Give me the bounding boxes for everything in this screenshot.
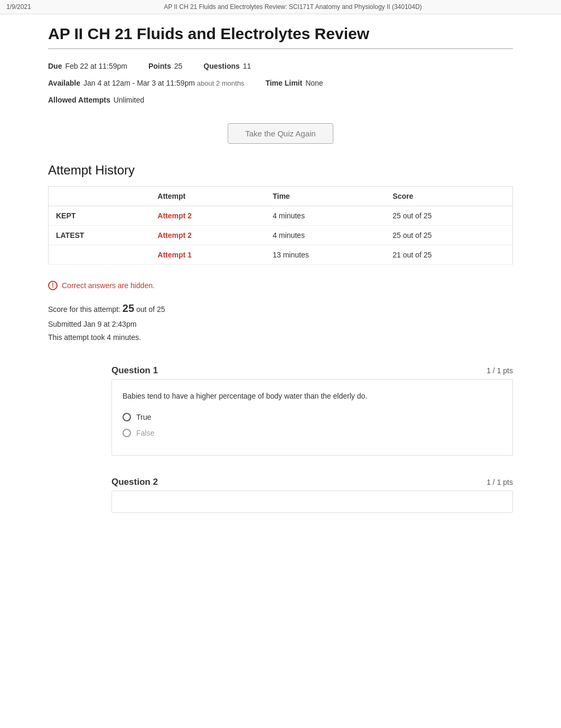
due-label: Due [48,59,62,73]
question-block-1: Question 11 / 1 ptsBabies tend to have a… [48,360,513,455]
attempt-row-score: 21 out of 25 [385,245,512,265]
questions-container: Question 11 / 1 ptsBabies tend to have a… [48,360,513,512]
main-content: AP II CH 21 Fluids and Electrolytes Revi… [38,14,523,550]
question-header-2: Question 21 / 1 pts [48,472,513,491]
attempt-row-label [49,245,151,265]
time-limit-label: Time Limit [265,76,302,90]
allowed-attempts-value: Unlimited [114,93,144,107]
browser-bar: 1/9/2021 AP II CH 21 Fluids and Electrol… [0,0,561,14]
points-item: Points 25 [148,59,182,73]
col-score-header: Score [385,187,512,206]
attempt-row-label: KEPT [49,206,151,226]
attempt-row-time: 4 minutes [265,206,385,226]
browser-page-title: AP II CH 21 Fluids and Electrolytes Revi… [31,3,555,11]
attempt-row-time: 4 minutes [265,226,385,245]
available-item: Available Jan 4 at 12am - Mar 3 at 11:59… [48,76,244,90]
table-row: Attempt 113 minutes21 out of 25 [49,245,513,265]
col-attempt-header: Attempt [150,187,265,206]
attempt-row-score: 25 out of 25 [385,206,512,226]
question-title-1: Question 1 [111,365,158,376]
quiz-title: AP II CH 21 Fluids and Electrolytes Revi… [48,25,513,49]
question-header-1: Question 11 / 1 pts [48,360,513,379]
points-label: Points [148,59,171,73]
allowed-attempts-item: Allowed Attempts Unlimited [48,93,144,107]
attempt-link[interactable]: Attempt 2 [157,231,192,239]
take-quiz-button[interactable]: Take the Quiz Again [228,123,333,144]
table-row: KEPTAttempt 24 minutes25 out of 25 [49,206,513,226]
available-label: Available [48,76,80,90]
answer-label-1-1: True [136,413,151,421]
take-quiz-section: Take the Quiz Again [48,123,513,144]
due-item: Due Feb 22 at 11:59pm [48,59,127,73]
questions-item: Questions 11 [203,59,251,73]
col-label-header [49,187,151,206]
answer-label-1-2: False [136,429,154,437]
available-about: about 2 months [197,79,245,87]
attempt-link[interactable]: Attempt 2 [157,211,192,220]
time-limit-item: Time Limit None [265,76,323,90]
allowed-attempts-label: Allowed Attempts [48,93,110,107]
question-text-1: Babies tend to have a higher percentage … [123,390,502,402]
score-line: Score for this attempt: 25 out of 25 [48,299,513,318]
attempt-row-attempt[interactable]: Attempt 1 [150,245,265,265]
question-block-2: Question 21 / 1 pts [48,472,513,513]
question-body-1: Babies tend to have a higher percentage … [111,379,513,455]
answer-option-1-2: False [123,429,502,437]
question-body-2 [111,491,513,513]
score-big: 25 [123,302,134,314]
info-icon: ! [48,281,58,290]
attempt-row-score: 25 out of 25 [385,226,512,245]
answer-option-1-1: True [123,413,502,421]
attempt-row-label: LATEST [49,226,151,245]
attempt-time-line: This attempt took 4 minutes. [48,331,513,344]
attempt-row-time: 13 minutes [265,245,385,265]
meta-row-3: Allowed Attempts Unlimited [48,93,513,107]
score-summary: Score for this attempt: 25 out of 25 Sub… [48,299,513,344]
attempt-row-attempt[interactable]: Attempt 2 [150,226,265,245]
time-limit-value: None [305,76,323,90]
correct-answers-text: Correct answers are hidden. [62,281,155,290]
correct-answers-notice: ! Correct answers are hidden. [48,281,513,290]
attempt-history-table: Attempt Time Score KEPTAttempt 24 minute… [48,186,513,265]
questions-label: Questions [203,59,239,73]
radio-circle-1-1 [123,413,131,421]
question-pts-1: 1 / 1 pts [487,366,513,375]
attempt-link[interactable]: Attempt 1 [157,251,192,259]
attempt-row-attempt[interactable]: Attempt 2 [150,206,265,226]
questions-value: 11 [243,59,251,73]
quiz-meta: Due Feb 22 at 11:59pm Points 25 Question… [48,59,513,107]
question-title-2: Question 2 [111,477,158,487]
meta-row-2: Available Jan 4 at 12am - Mar 3 at 11:59… [48,76,513,90]
attempt-history-title: Attempt History [48,163,513,178]
browser-date: 1/9/2021 [6,3,31,11]
radio-circle-1-2 [123,429,131,437]
points-value: 25 [174,59,183,73]
table-header-row: Attempt Time Score [49,187,513,206]
meta-row-1: Due Feb 22 at 11:59pm Points 25 Question… [48,59,513,73]
table-row: LATESTAttempt 24 minutes25 out of 25 [49,226,513,245]
submitted-line: Submitted Jan 9 at 2:43pm [48,318,513,331]
col-time-header: Time [265,187,385,206]
due-value: Feb 22 at 11:59pm [65,59,127,73]
available-value: Jan 4 at 12am - Mar 3 at 11:59pm about 2… [83,76,244,90]
question-pts-2: 1 / 1 pts [487,478,513,486]
